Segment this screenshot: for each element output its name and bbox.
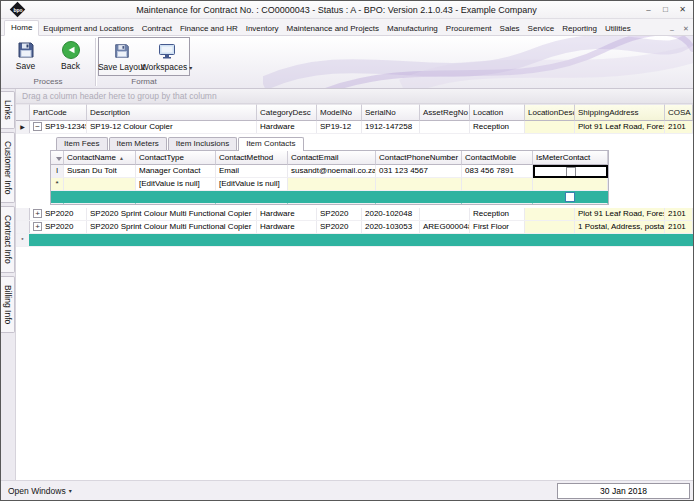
- cell-contactemail[interactable]: susandt@noemail.co.za: [288, 165, 376, 178]
- cell-categorydesc[interactable]: Hardware: [257, 208, 317, 220]
- close-icon[interactable]: ✕: [674, 3, 691, 17]
- cell-contactphonenumber[interactable]: 031 123 4567: [376, 165, 462, 178]
- cell-modelno[interactable]: SP2020: [317, 221, 362, 233]
- minimize-icon[interactable]: –: [640, 3, 657, 17]
- cell-contactphonenumber[interactable]: [376, 178, 462, 191]
- cell-categorydesc[interactable]: Hardware: [257, 121, 317, 133]
- sidebar-tab-billing-info[interactable]: Billing Info: [1, 276, 15, 333]
- cell-cosa[interactable]: 2101: [665, 208, 693, 220]
- ribbon-tab-inventory[interactable]: Inventory: [242, 21, 283, 35]
- tab-item-meters[interactable]: Item Meters: [109, 137, 167, 150]
- ribbon-tab-finance-and-hr[interactable]: Finance and HR: [176, 21, 242, 35]
- column-header-serialno[interactable]: SerialNo: [362, 104, 420, 121]
- column-header-partcode[interactable]: PartCode: [30, 104, 87, 121]
- cell-partcode[interactable]: +SP2020: [30, 208, 87, 220]
- cell-locationdesc[interactable]: [525, 208, 575, 220]
- child-close-icon[interactable]: ✕: [679, 25, 693, 33]
- column-header-locationdesc[interactable]: LocationDesc: [525, 104, 575, 121]
- expand-icon[interactable]: +: [33, 222, 42, 231]
- ribbon-tab-reporting[interactable]: Reporting: [558, 21, 601, 35]
- column-header-description[interactable]: Description: [87, 104, 257, 121]
- cell-assetregno[interactable]: [420, 208, 470, 220]
- ismetercontact-checkbox[interactable]: [566, 167, 576, 177]
- sidebar-tab-contract-info[interactable]: Contract Info: [1, 206, 15, 273]
- ribbon-tab-manufacturing[interactable]: Manufacturing: [383, 21, 442, 35]
- cell-ismetercontact-focused[interactable]: [533, 165, 608, 178]
- cell-description[interactable]: SP2020 Sprint Colour Multi Functional Co…: [87, 208, 257, 220]
- tab-item-contacts[interactable]: Item Contacts: [238, 137, 303, 151]
- cell-serialno[interactable]: 2020-103053: [362, 221, 420, 233]
- open-windows-button[interactable]: Open Windows ▾: [4, 484, 76, 498]
- sidebar-tab-customer-info[interactable]: Customer Info: [1, 132, 15, 203]
- column-header-modelno[interactable]: ModelNo: [317, 104, 362, 121]
- ribbon-tab-contract[interactable]: Contract: [138, 21, 176, 35]
- back-button[interactable]: Back: [48, 37, 93, 76]
- cell-contacttype[interactable]: [EditValue is null]: [136, 178, 216, 191]
- cell-serialno[interactable]: 2020-102048: [362, 208, 420, 220]
- detail-row-susan-du-toit[interactable]: I Susan Du Toit Manager Contact Email su…: [51, 165, 608, 178]
- cell-location[interactable]: Reception: [470, 121, 525, 133]
- ribbon-tab-sales[interactable]: Sales: [496, 21, 524, 35]
- ribbon-tab-maintenance-and-projects[interactable]: Maintenance and Projects: [283, 21, 384, 35]
- cell-contacttype[interactable]: Manager Contact: [136, 165, 216, 178]
- cell-assetregno[interactable]: [420, 121, 470, 133]
- ribbon-tab-procurement[interactable]: Procurement: [442, 21, 496, 35]
- cell-contactmobile[interactable]: 083 456 7891: [462, 165, 533, 178]
- ribbon-tab-equipment-and-locations[interactable]: Equipment and Locations: [39, 21, 137, 35]
- detail-new-row[interactable]: * [EditValue is null] [EditValue is null…: [51, 178, 608, 191]
- ismetercontact-checkbox[interactable]: [565, 192, 575, 202]
- cell-modelno[interactable]: SP2020: [317, 208, 362, 220]
- cell-description[interactable]: SP19-12 Colour Copier: [87, 121, 257, 133]
- column-header-contactmethod[interactable]: ContactMethod: [216, 151, 288, 165]
- child-minimize-icon[interactable]: –: [665, 26, 679, 33]
- tab-item-inclusions[interactable]: Item Inclusions: [168, 137, 237, 150]
- cell-ismetercontact[interactable]: [533, 178, 608, 191]
- cell-contactmobile[interactable]: [462, 178, 533, 191]
- cell-contactname[interactable]: [64, 178, 136, 191]
- expand-icon[interactable]: +: [33, 209, 42, 218]
- collapse-icon[interactable]: −: [33, 122, 42, 131]
- filter-icon[interactable]: [56, 157, 62, 161]
- cell-cosa[interactable]: 2101: [665, 121, 693, 133]
- column-header-contactphonenumber[interactable]: ContactPhoneNumber: [376, 151, 462, 165]
- column-header-ismetercontact[interactable]: IsMeterContact: [533, 151, 608, 165]
- detail-selected-row[interactable]: [51, 191, 608, 204]
- column-header-categorydesc[interactable]: CategoryDesc: [257, 104, 317, 121]
- workspaces-button[interactable]: Workspaces ▾: [144, 38, 189, 75]
- column-header-contactemail[interactable]: ContactEmail: [288, 151, 376, 165]
- cell-modelno[interactable]: SP19-12: [317, 121, 362, 133]
- cell-cosa[interactable]: 2101: [665, 221, 693, 233]
- maximize-icon[interactable]: □: [657, 3, 674, 17]
- cell-location[interactable]: Reception: [470, 208, 525, 220]
- cell-contactmethod[interactable]: [EditValue is null]: [216, 178, 288, 191]
- cell-ismetercontact[interactable]: [533, 191, 608, 204]
- cell-description[interactable]: SP2020 Sprint Colour Multi Functional Co…: [87, 221, 257, 233]
- column-header-location[interactable]: Location: [470, 104, 525, 121]
- tab-item-fees[interactable]: Item Fees: [56, 137, 108, 150]
- cell-locationdesc[interactable]: [525, 121, 575, 133]
- cell-shippingaddress[interactable]: Plot 91 Leaf Road, Forest Hills,: [575, 121, 665, 133]
- table-row-sp2020-b[interactable]: +SP2020 SP2020 Sprint Colour Multi Funct…: [16, 221, 693, 234]
- table-row-sp19[interactable]: ▶ −SP19-123456 SP19-12 Colour Copier Har…: [16, 121, 693, 134]
- cell-locationdesc[interactable]: [525, 221, 575, 233]
- ribbon-tab-home[interactable]: Home: [4, 20, 39, 36]
- save-layout-button[interactable]: Save Layout: [99, 38, 144, 75]
- cell-categorydesc[interactable]: Hardware: [257, 221, 317, 233]
- cell-location[interactable]: First Floor: [470, 221, 525, 233]
- cell-contactemail[interactable]: [288, 178, 376, 191]
- cell-serialno[interactable]: 1912-147258: [362, 121, 420, 133]
- cell-partcode[interactable]: +SP2020: [30, 221, 87, 233]
- column-header-contactmobile[interactable]: ContactMobile: [462, 151, 533, 165]
- cell-contactname[interactable]: Susan Du Toit: [64, 165, 136, 178]
- date-picker[interactable]: 30 Jan 2018: [557, 483, 690, 499]
- column-header-contacttype[interactable]: ContactType: [136, 151, 216, 165]
- ribbon-tab-service[interactable]: Service: [524, 21, 559, 35]
- column-header-contactname[interactable]: ContactName▲: [64, 151, 136, 165]
- column-header-cosa[interactable]: COSA: [665, 104, 693, 121]
- cell-shippingaddress[interactable]: Plot 91 Leaf Road, Forest Hills,: [575, 208, 665, 220]
- ribbon-tab-utilities[interactable]: Utilities: [601, 21, 635, 35]
- save-button[interactable]: Save: [3, 37, 48, 76]
- column-header-assetregno[interactable]: AssetRegNo: [420, 104, 470, 121]
- sidebar-tab-links[interactable]: Links: [1, 91, 15, 129]
- table-row-sp2020-a[interactable]: +SP2020 SP2020 Sprint Colour Multi Funct…: [16, 208, 693, 221]
